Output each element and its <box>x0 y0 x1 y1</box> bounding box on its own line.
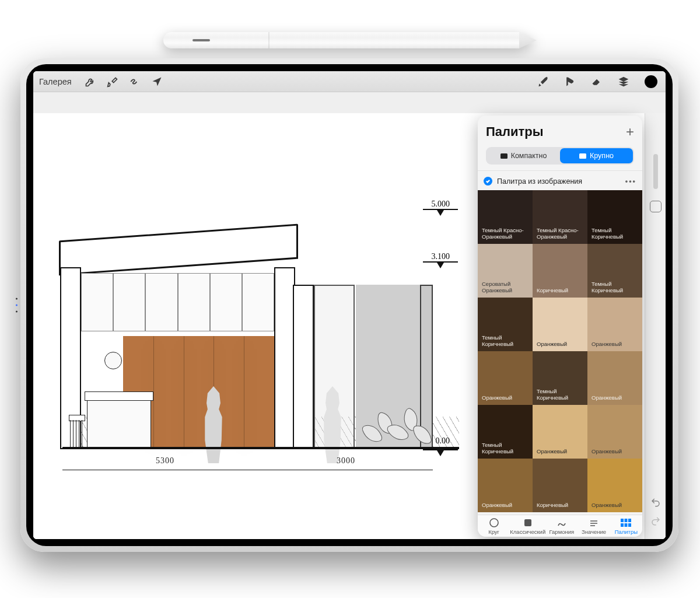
color-swatch[interactable]: Темный Красно-Оранжевый <box>478 190 533 244</box>
color-swatch[interactable]: Коричневый <box>533 459 587 512</box>
swatch-label: Сероватый Оранжевый <box>482 281 528 294</box>
color-swatch[interactable]: Оранжевый <box>533 298 587 351</box>
color-swatch[interactable]: Коричневый <box>533 244 587 298</box>
dimension-5300: 5300 <box>156 456 174 466</box>
swatch-label: Оранжевый <box>482 502 512 509</box>
large-label: Крупно <box>590 152 614 160</box>
harmony-icon <box>556 519 567 527</box>
swatch-label: Темный Коричневый <box>592 281 638 294</box>
color-swatch[interactable]: Сероватый Оранжевый <box>478 244 533 298</box>
compact-label: Компактно <box>511 152 547 160</box>
dimension-3000: 3000 <box>337 456 355 466</box>
selection-icon[interactable] <box>129 76 141 88</box>
default-check-icon[interactable] <box>484 177 492 186</box>
swatch-label: Темный Красно-Оранжевый <box>482 228 528 240</box>
swatch-label: Оранжевый <box>592 395 622 401</box>
swatch-label: Темный Коричневый <box>537 389 583 401</box>
color-swatch[interactable]: Оранжевый <box>587 298 642 351</box>
compact-view-button[interactable]: Компактно <box>487 148 560 163</box>
top-toolbar: Галерея <box>33 71 666 92</box>
brush-size-slider[interactable] <box>653 154 658 189</box>
color-swatch[interactable]: Темный Красно-Оранжевый <box>533 190 587 244</box>
swatch-grid: Темный Красно-ОранжевыйТемный Красно-Ора… <box>478 190 642 515</box>
color-swatch[interactable]: Темный Коричневый <box>533 351 587 405</box>
brush-icon[interactable] <box>537 76 549 88</box>
swatch-label: Оранжевый <box>482 395 512 401</box>
tab-value[interactable]: Значение <box>578 519 610 535</box>
level-5000-label: 5.000 <box>432 200 450 209</box>
svg-rect-9 <box>628 523 631 527</box>
svg-rect-7 <box>621 523 624 527</box>
svg-rect-0 <box>501 153 508 159</box>
panel-bottom-tabs: Круг Классический Гармония Значение <box>478 515 642 537</box>
architectural-drawing: 5.000 3.100 0.00 <box>62 177 459 463</box>
tab-harmony[interactable]: Гармония <box>545 519 578 535</box>
palette-header-row: Палитра из изображения ••• <box>478 170 642 190</box>
color-swatch[interactable]: Темный Коричневый <box>478 298 533 351</box>
color-swatch[interactable]: Оранжевый <box>478 459 533 512</box>
swatch-label: Коричневый <box>537 502 568 509</box>
eraser-icon[interactable] <box>591 76 603 88</box>
tab-palettes[interactable]: Палитры <box>610 519 642 535</box>
swatch-label: Коричневый <box>537 288 568 294</box>
swatch-label: Темный Коричневый <box>592 228 638 240</box>
layers-icon[interactable] <box>618 76 629 88</box>
value-icon <box>589 519 599 527</box>
svg-rect-6 <box>628 519 631 522</box>
undo-icon[interactable] <box>650 497 661 508</box>
ipad-frame: Галерея <box>20 58 678 552</box>
color-swatch[interactable]: Темный Коричневый <box>587 190 642 244</box>
level-3100-label: 3.100 <box>432 252 450 261</box>
svg-point-2 <box>490 519 498 527</box>
color-swatch[interactable]: Оранжевый <box>478 351 533 405</box>
swatch-label: Оранжевый <box>592 502 622 509</box>
swatch-label: Оранжевый <box>537 341 567 348</box>
panel-title: Палитры <box>486 124 544 139</box>
swatch-label: Темный Коричневый <box>482 442 528 455</box>
svg-rect-4 <box>621 519 624 522</box>
canvas[interactable]: 5.000 3.100 0.00 <box>33 92 666 539</box>
gallery-button[interactable]: Галерея <box>37 77 74 86</box>
color-icon[interactable] <box>645 75 657 88</box>
swatch-label: Оранжевый <box>537 449 567 455</box>
move-icon[interactable] <box>151 76 163 88</box>
add-palette-icon[interactable]: + <box>626 124 634 140</box>
svg-rect-8 <box>625 523 628 527</box>
palettes-icon <box>621 519 631 527</box>
right-slider-rail <box>645 113 666 539</box>
tab-circle[interactable]: Круг <box>478 519 510 535</box>
svg-rect-5 <box>625 519 628 522</box>
svg-rect-1 <box>579 153 586 159</box>
swatch-label: Темный Коричневый <box>482 335 528 348</box>
adjustments-icon[interactable] <box>107 76 118 88</box>
circle-icon <box>489 519 499 527</box>
screen: Галерея <box>33 71 666 539</box>
color-swatch[interactable]: Темный Коричневый <box>587 244 642 298</box>
view-segmented-control: Компактно Крупно <box>486 147 634 165</box>
palette-name[interactable]: Палитра из изображения <box>497 177 582 186</box>
color-swatch[interactable]: Оранжевый <box>533 405 587 459</box>
color-swatch[interactable]: Оранжевый <box>587 459 642 512</box>
palette-more-icon[interactable]: ••• <box>625 177 636 186</box>
color-swatch[interactable]: Оранжевый <box>587 405 642 459</box>
color-swatch[interactable]: Темный Коричневый <box>478 405 533 459</box>
square-icon <box>523 519 533 527</box>
palettes-panel: Палитры + Компактно Крупно <box>478 116 642 537</box>
tab-classic[interactable]: Классический <box>510 519 545 535</box>
large-view-button[interactable]: Крупно <box>560 148 633 163</box>
swatch-label: Оранжевый <box>592 449 622 455</box>
modifier-button[interactable] <box>650 201 662 212</box>
swatch-label: Темный Красно-Оранжевый <box>537 228 583 240</box>
wrench-icon[interactable] <box>85 76 96 88</box>
apple-pencil <box>163 32 537 48</box>
swatch-label: Оранжевый <box>592 341 622 348</box>
svg-rect-3 <box>524 519 531 526</box>
redo-icon[interactable] <box>650 516 661 526</box>
color-swatch[interactable]: Оранжевый <box>587 351 642 405</box>
smudge-icon[interactable] <box>564 76 576 88</box>
